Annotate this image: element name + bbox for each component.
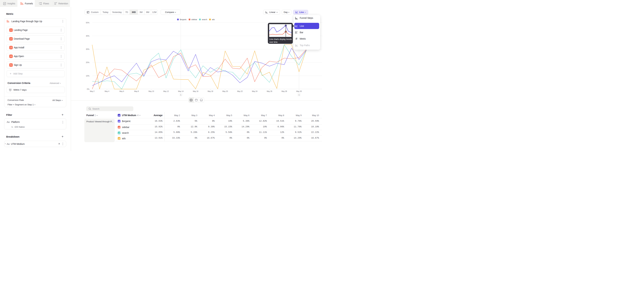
svg-text:May 30: May 30: [296, 90, 302, 92]
svg-text:May 8: May 8: [134, 90, 139, 92]
svg-text:May 16: May 16: [193, 90, 198, 92]
svg-text:0%: 0%: [87, 88, 90, 90]
svg-text:May 6: May 6: [120, 90, 124, 92]
svg-text:May 24: May 24: [252, 90, 258, 92]
svg-text:May 22: May 22: [237, 90, 243, 92]
svg-text:May 26: May 26: [267, 90, 272, 92]
svg-text:40%: 40%: [86, 35, 90, 37]
svg-text:May 4: May 4: [105, 90, 109, 92]
svg-text:May 28: May 28: [282, 90, 287, 92]
svg-text:10%: 10%: [86, 75, 90, 77]
svg-text:May 12: May 12: [163, 90, 169, 92]
svg-text:20%: 20%: [86, 62, 90, 64]
svg-text:50%: 50%: [86, 22, 90, 24]
svg-text:30%: 30%: [86, 48, 90, 50]
svg-text:May 14: May 14: [178, 90, 184, 92]
svg-text:May 18: May 18: [208, 90, 213, 92]
svg-text:May 2: May 2: [90, 90, 94, 92]
svg-text:May 10: May 10: [148, 90, 154, 92]
svg-text:May 20: May 20: [222, 90, 228, 92]
